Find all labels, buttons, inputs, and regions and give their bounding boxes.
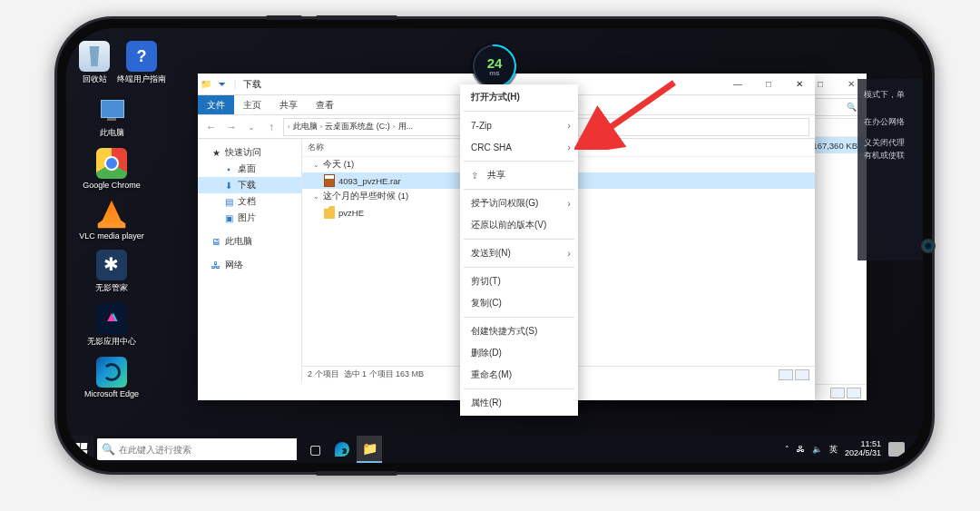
menu-7zip[interactable]: 7-Zip [460, 114, 578, 136]
network-icon: 🖧 [211, 260, 221, 270]
sidebar-network[interactable]: 🖧网络 [198, 257, 301, 273]
notification-icon[interactable] [888, 442, 905, 457]
folder-icon: 📁 [198, 79, 214, 89]
chrome-icon[interactable]: Google Chrome [79, 148, 144, 190]
menu-open-with[interactable]: 打开方式(H) [460, 86, 578, 108]
quick-access-icon[interactable]: ⏷ [214, 79, 230, 89]
desktop-icon: ▪ [223, 163, 234, 174]
side-banner: 模式下，单 在办公网络 义关闭代理 有机或使联 [858, 79, 923, 260]
view-large-icon[interactable] [795, 369, 809, 380]
search-icon: 🔍 [847, 103, 857, 112]
system-tray[interactable]: ˄ 🖧 🔈 英 11:51 2024/5/31 [785, 440, 923, 458]
document-icon: ▤ [223, 196, 234, 207]
recycle-bin-icon[interactable]: 回收站 [79, 41, 110, 85]
search-icon: 🔍 [97, 443, 119, 456]
forward-button[interactable]: → [223, 121, 240, 133]
menu-properties[interactable]: 属性(R) [460, 392, 578, 414]
menu-create-shortcut[interactable]: 创建快捷方式(S) [460, 320, 578, 342]
task-view-button[interactable]: ▢ [302, 437, 328, 462]
phone-button [316, 471, 397, 476]
search-input[interactable] [119, 438, 297, 460]
minimize-button[interactable]: — [722, 74, 753, 95]
share-icon: ⇪ [471, 171, 484, 181]
close-button[interactable]: ✕ [784, 74, 815, 95]
picture-icon: ▣ [223, 212, 234, 223]
volume-icon[interactable]: 🔈 [812, 445, 822, 454]
terminal-guide-icon[interactable]: 终端用户指南 [117, 41, 166, 85]
sidebar-item-desktop[interactable]: ▪桌面 [198, 161, 301, 177]
recent-button[interactable]: ⌄ [243, 123, 260, 132]
phone-frame: 回收站 终端用户指南 此电脑 Google Chrome VLC media p… [54, 16, 935, 475]
vlc-icon[interactable]: VLC media player [79, 199, 144, 241]
tab-file[interactable]: 文件 [198, 95, 234, 114]
menu-crc-sha[interactable]: CRC SHA [460, 136, 578, 158]
up-button[interactable]: ↑ [263, 121, 279, 133]
phone-button [266, 15, 302, 20]
desktop-icons: 回收站 终端用户指南 此电脑 Google Chrome VLC media p… [79, 41, 144, 408]
clock[interactable]: 11:51 2024/5/31 [845, 440, 881, 458]
menu-copy[interactable]: 复制(C) [460, 292, 578, 314]
menu-send-to[interactable]: 发送到(N) [460, 242, 578, 264]
phone-camera [921, 239, 936, 253]
windows-icon [74, 443, 86, 456]
edge-icon[interactable]: Microsoft Edge [79, 357, 144, 398]
phone-button [316, 15, 397, 20]
pc-icon: 🖥 [211, 236, 221, 247]
remote-desktop[interactable]: 回收站 终端用户指南 此电脑 Google Chrome VLC media p… [66, 28, 923, 463]
view-large-icon[interactable] [847, 388, 861, 398]
taskbar-search[interactable]: 🔍 [97, 438, 297, 460]
sidebar-this-pc[interactable]: 🖥此电脑 [198, 233, 301, 250]
back-button[interactable]: ← [203, 121, 220, 133]
menu-share[interactable]: ⇪共享 [460, 164, 578, 186]
menu-delete[interactable]: 删除(D) [460, 342, 578, 364]
tab-home[interactable]: 主页 [234, 95, 270, 114]
network-icon[interactable]: 🖧 [797, 445, 805, 454]
latency-indicator: 24 ms [473, 44, 516, 88]
sidebar-item-pictures[interactable]: ▣图片 [198, 210, 301, 226]
window-title: 下载 [240, 78, 265, 91]
start-button[interactable] [66, 436, 93, 463]
menu-cut[interactable]: 剪切(T) [460, 270, 578, 292]
sidebar-quick-access[interactable]: ★快速访问 [198, 144, 301, 161]
sidebar: ★快速访问 ▪桌面 ⬇下载 ▤文档 ▣图片 🖥此电脑 🖧网络 [198, 139, 302, 382]
tab-share[interactable]: 共享 [270, 95, 307, 114]
taskbar-explorer-icon[interactable]: 📁 [357, 436, 382, 463]
sidebar-item-documents[interactable]: ▤文档 [198, 193, 301, 210]
window-controls: — □ ✕ [722, 74, 815, 95]
tab-view[interactable]: 查看 [307, 95, 343, 114]
view-details-icon[interactable] [830, 388, 845, 398]
menu-grant-access[interactable]: 授予访问权限(G) [460, 192, 578, 214]
this-pc-icon[interactable]: 此电脑 [79, 94, 144, 139]
taskbar[interactable]: 🔍 ▢ 📁 ˄ 🖧 🔈 英 11:51 2024/5/31 [66, 436, 923, 463]
star-icon: ★ [211, 147, 221, 158]
rar-icon [324, 174, 335, 187]
menu-restore-prev[interactable]: 还原以前的版本(V) [460, 214, 578, 236]
folder-icon [324, 206, 335, 219]
wuying-admin-icon[interactable]: 无影管家 [79, 250, 144, 294]
tray-chevron-icon[interactable]: ˄ [785, 445, 789, 454]
download-icon: ⬇ [223, 180, 234, 191]
ime-indicator[interactable]: 英 [829, 444, 838, 456]
wuying-appcenter-icon[interactable]: 无影应用中心 [79, 303, 144, 348]
menu-rename[interactable]: 重命名(M) [460, 364, 578, 386]
view-details-icon[interactable] [779, 369, 793, 380]
sidebar-item-downloads[interactable]: ⬇下载 [198, 177, 301, 193]
taskbar-edge-icon[interactable] [329, 437, 355, 462]
context-menu[interactable]: 打开方式(H) 7-Zip CRC SHA ⇪共享 授予访问权限(G) 还原以前… [460, 84, 578, 416]
maximize-button[interactable]: □ [753, 74, 784, 95]
